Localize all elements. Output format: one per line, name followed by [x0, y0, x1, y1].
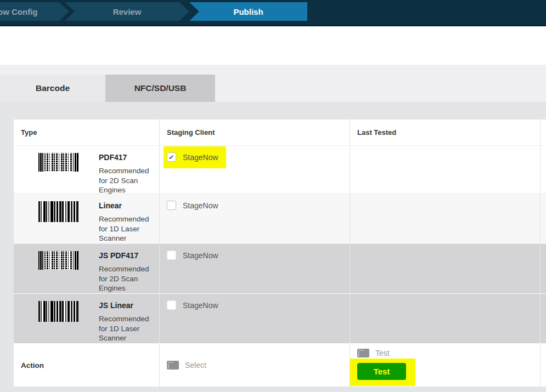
table-overflow-cell	[541, 344, 546, 387]
staging-client-cell: StageNow	[160, 194, 350, 243]
last-tested-cell	[350, 244, 541, 293]
table-overflow-cell	[541, 244, 546, 293]
staging-client-cell: StageNow	[160, 294, 350, 343]
test-button[interactable]: Test	[357, 363, 406, 380]
pdf417-barcode-image	[38, 251, 78, 270]
stagenow-checkbox[interactable]	[167, 300, 176, 310]
test-cell: Test Test	[350, 344, 541, 387]
test-device-icon	[357, 349, 369, 357]
stagenow-checkbox[interactable]	[167, 251, 176, 260]
select-cell: Select	[160, 344, 350, 387]
table-overflow-cell	[541, 294, 546, 343]
table-row-linear: Linear Recommended for 1D Laser Scanner …	[14, 194, 546, 244]
stagenow-checkbox[interactable]	[167, 201, 176, 210]
column-header-staging-client: Staging Client	[160, 120, 350, 145]
test-status-indicator: Test	[357, 349, 390, 357]
barcode-type-description: Recommended for 2D Scan Engines	[99, 166, 154, 195]
barcode-type-name: PDF417	[99, 153, 154, 162]
linear-barcode-image	[38, 301, 78, 322]
type-cell: JS Linear Recommended for 1D Laser Scann…	[14, 294, 160, 343]
linear-barcode-image	[38, 201, 78, 222]
select-label: Select	[185, 361, 206, 370]
barcode-table: Type Staging Client Last Tested PDF417 R…	[14, 120, 546, 387]
column-header-type: Type	[14, 120, 160, 145]
type-cell: PDF417 Recommended for 2D Scan Engines	[14, 146, 160, 194]
type-cell: Linear Recommended for 1D Laser Scanner	[14, 194, 160, 243]
staging-client-cell: StageNow	[160, 244, 350, 293]
type-cell: JS PDF417 Recommended for 2D Scan Engine…	[14, 244, 160, 293]
table-header-row: Type Staging Client Last Tested	[14, 120, 546, 146]
last-tested-cell	[350, 194, 541, 243]
staging-device-icon	[167, 361, 179, 370]
stagenow-checkbox-label: StageNow	[183, 153, 218, 162]
barcode-type-name: Linear	[99, 201, 154, 210]
barcode-type-description: Recommended for 1D Laser Scanner	[99, 214, 154, 243]
pdf417-barcode-image	[38, 153, 78, 172]
barcode-type-description: Recommended for 1D Laser Scanner	[99, 314, 154, 343]
tab-barcode[interactable]: Barcode	[0, 75, 105, 102]
action-row: Action Select	[14, 344, 546, 387]
stagenow-checkbox-label: StageNow	[183, 201, 218, 210]
barcode-type-description: Recommended for 2D Scan Engines	[99, 264, 154, 293]
barcode-type-name: JS PDF417	[99, 251, 154, 260]
wizard-step-review[interactable]: Review	[65, 2, 189, 21]
action-row-label: Action	[14, 344, 160, 387]
select-staging-client-control[interactable]: Select	[160, 344, 350, 387]
wizard-step-publish[interactable]: Publish	[189, 2, 307, 21]
table-row-js-linear: JS Linear Recommended for 1D Laser Scann…	[14, 294, 546, 344]
test-status-label: Test	[375, 349, 390, 357]
table-row-pdf417: PDF417 Recommended for 2D Scan Engines ✔…	[14, 146, 546, 194]
tab-nfc-sd-usb[interactable]: NFC/SD/USB	[105, 75, 215, 102]
tab-bar: Barcode NFC/SD/USB	[0, 65, 546, 102]
last-tested-cell	[350, 294, 541, 343]
barcode-type-name: JS Linear	[99, 301, 154, 310]
stagenow-checkbox-label: StageNow	[183, 251, 218, 260]
staging-client-cell: ✔ StageNow	[160, 146, 350, 194]
wizard-step-bar: ow Config Review Publish	[0, 0, 546, 26]
barcode-table-wrapper: Type Staging Client Last Tested PDF417 R…	[14, 120, 546, 387]
wizard-step-config[interactable]: ow Config	[0, 2, 69, 21]
column-header-last-tested: Last Tested	[350, 120, 541, 145]
stagenow-checkbox[interactable]: ✔	[167, 152, 176, 162]
table-overflow-cell	[541, 194, 546, 243]
last-tested-cell	[350, 146, 541, 194]
stagenow-checkbox-label: StageNow	[183, 301, 218, 310]
table-overflow-cell	[541, 146, 546, 194]
table-row-js-pdf417: JS PDF417 Recommended for 2D Scan Engine…	[14, 244, 546, 294]
table-overflow-cell	[541, 120, 546, 145]
publish-panel: Barcode NFC/SD/USB Type Staging Client L…	[0, 65, 546, 392]
